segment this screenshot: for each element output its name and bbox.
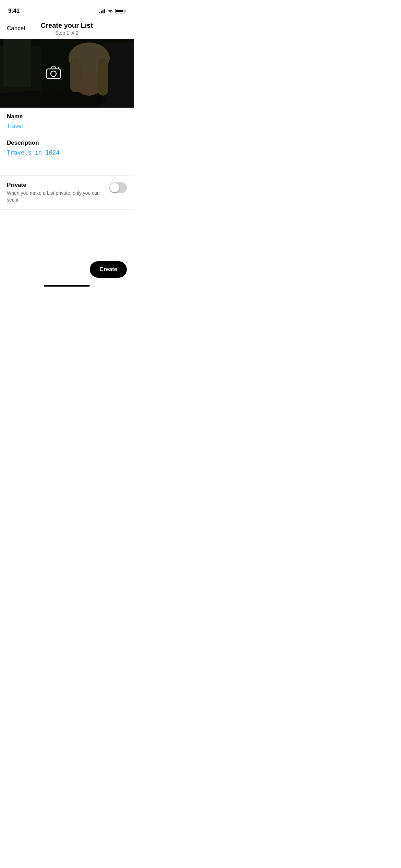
camera-button[interactable] bbox=[45, 64, 62, 83]
description-label: Description bbox=[7, 140, 127, 146]
toggle-thumb bbox=[110, 183, 119, 192]
battery-icon bbox=[115, 9, 125, 13]
camera-icon bbox=[45, 64, 62, 81]
private-section: Private When you make a List private, on… bbox=[0, 176, 134, 210]
status-bar: 9:41 bbox=[0, 0, 134, 17]
name-input[interactable] bbox=[7, 123, 127, 130]
page-step: Step 1 of 2 bbox=[41, 30, 93, 36]
create-button-container: Create bbox=[90, 261, 127, 278]
private-description: When you make a List private, only you c… bbox=[7, 190, 102, 203]
private-label: Private bbox=[7, 182, 102, 189]
header-title-group: Create your List Step 1 of 2 bbox=[41, 21, 93, 36]
private-toggle[interactable] bbox=[109, 182, 127, 193]
svg-rect-10 bbox=[47, 69, 60, 79]
description-field-section: Description Travels in 1024 bbox=[0, 134, 134, 176]
signal-bars-icon bbox=[99, 9, 105, 13]
name-label: Name bbox=[7, 113, 127, 120]
page-title: Create your List bbox=[41, 21, 93, 29]
description-input[interactable]: Travels in 1024 bbox=[7, 149, 127, 170]
nav-header: Cancel Create your List Step 1 of 2 bbox=[0, 17, 134, 39]
form-content: Name Description Travels in 1024 Private… bbox=[0, 108, 134, 210]
status-icons bbox=[99, 9, 125, 13]
cover-image[interactable] bbox=[0, 39, 134, 108]
home-indicator bbox=[44, 285, 90, 287]
name-field-section: Name bbox=[0, 108, 134, 134]
create-button[interactable]: Create bbox=[90, 261, 127, 278]
svg-point-11 bbox=[51, 71, 56, 76]
cancel-button[interactable]: Cancel bbox=[7, 25, 25, 32]
status-time: 9:41 bbox=[8, 8, 20, 14]
wifi-icon bbox=[107, 9, 113, 13]
